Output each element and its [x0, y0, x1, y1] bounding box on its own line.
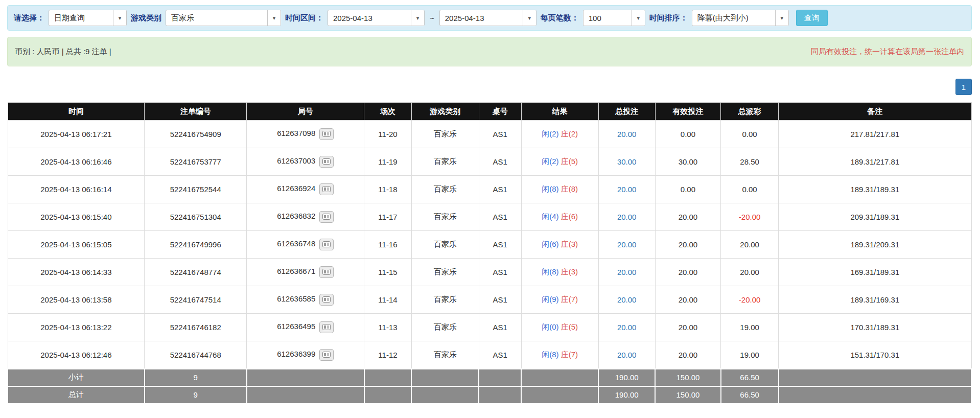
subtotal-empty-cell: [247, 369, 364, 386]
total-payout: 66.50: [721, 386, 779, 404]
roadmap-icon[interactable]: [319, 266, 334, 278]
cell-time: 2025-04-13 06:13:58: [8, 286, 145, 314]
cell-total-bet: 20.00: [598, 314, 655, 341]
game-type-select[interactable]: 百家乐 ▾: [166, 10, 281, 26]
cell-time: 2025-04-13 06:15:40: [8, 203, 145, 231]
cell-bet-id: 522416753777: [145, 148, 247, 176]
cell-payout: 19.00: [721, 341, 779, 369]
payout-value: 19.00: [740, 323, 759, 332]
date-to-select[interactable]: 2025-04-13 ▾: [439, 10, 536, 26]
subtotal-empty-cell: [364, 369, 411, 386]
cell-remark: 189.31/169.31: [779, 286, 971, 314]
col-header-payout: 总派彩: [721, 103, 779, 121]
cell-valid-bet: 20.00: [655, 203, 720, 231]
roadmap-icon[interactable]: [319, 156, 334, 168]
subtotal-count: 9: [145, 369, 247, 386]
date-from-select[interactable]: 2025-04-13 ▾: [328, 10, 425, 26]
subtotal-empty-cell: [521, 369, 598, 386]
total-empty-cell: [247, 386, 364, 404]
table-row: 2025-04-13 06:12:46522416744768612636399…: [8, 341, 971, 369]
cell-valid-bet: 20.00: [655, 259, 720, 286]
records-table: 时间 注单编号 局号 场次 游戏类别 桌号 结果 总投注 有效投注 总派彩 备注…: [7, 102, 972, 404]
cell-session: 11-15: [364, 259, 411, 286]
payout-value: 0.00: [742, 185, 757, 194]
cell-time: 2025-04-13 06:15:05: [8, 231, 145, 259]
cell-bet-id: 522416748774: [145, 259, 247, 286]
result-player: 闲(4): [542, 212, 558, 221]
result-banker: 庄(5): [561, 322, 578, 331]
query-type-select[interactable]: 日期查询 ▾: [49, 10, 127, 26]
table-row: 2025-04-13 06:17:21522416754909612637098…: [8, 121, 971, 148]
date-range-separator: ~: [429, 14, 435, 22]
roadmap-icon[interactable]: [319, 321, 334, 333]
time-sort-select[interactable]: 降冪(由大到小) ▾: [692, 10, 789, 26]
total-bet-link[interactable]: 20.00: [617, 323, 637, 332]
game-type-value: 百家乐: [166, 13, 199, 23]
cell-valid-bet: 0.00: [655, 176, 720, 203]
cell-result: 闲(6) 庄(3): [521, 231, 598, 259]
cell-table-no: AS1: [479, 231, 521, 259]
result-banker: 庄(5): [561, 157, 578, 166]
cell-remark: 189.31/209.31: [779, 231, 971, 259]
cell-round-id: 612636924: [247, 176, 364, 203]
cell-payout: 28.50: [721, 148, 779, 176]
cell-remark: 189.31/217.81: [779, 148, 971, 176]
table-body: 2025-04-13 06:17:21522416754909612637098…: [8, 121, 971, 369]
cell-result: 闲(8) 庄(3): [521, 259, 598, 286]
page: 请选择： 日期查询 ▾ 游戏类别 百家乐 ▾ 时间区间： 2025-04-13 …: [0, 0, 980, 418]
result-player: 闲(6): [542, 240, 558, 248]
total-bet-link[interactable]: 30.00: [617, 157, 637, 166]
time-sort-value: 降冪(由大到小): [692, 13, 754, 23]
chevron-down-icon: ▾: [267, 10, 281, 26]
total-label: 总计: [8, 386, 145, 404]
cell-remark: 209.31/189.31: [779, 203, 971, 231]
chevron-down-icon: ▾: [523, 10, 536, 26]
cell-total-bet: 20.00: [598, 121, 655, 148]
total-bet-link[interactable]: 20.00: [617, 185, 637, 194]
cell-time: 2025-04-13 06:12:46: [8, 341, 145, 369]
payout-value: 20.00: [740, 268, 759, 276]
col-header-table-no: 桌号: [479, 103, 521, 121]
cell-time: 2025-04-13 06:14:33: [8, 259, 145, 286]
table-row: 2025-04-13 06:13:22522416746182612636495…: [8, 314, 971, 341]
cell-game-type: 百家乐: [411, 314, 479, 341]
cell-game-type: 百家乐: [411, 259, 479, 286]
cell-round-id: 612636832: [247, 203, 364, 231]
total-row: 总计 9 190.00 150.00 66.50: [8, 386, 971, 404]
total-bet-link[interactable]: 20.00: [617, 240, 637, 249]
payout-value: -20.00: [739, 295, 761, 304]
total-total-bet: 190.00: [598, 386, 655, 404]
roadmap-icon[interactable]: [319, 349, 334, 361]
search-button[interactable]: 查询: [796, 10, 828, 26]
result-banker: 庄(7): [561, 295, 578, 304]
total-bet-link[interactable]: 20.00: [617, 295, 637, 304]
cell-valid-bet: 20.00: [655, 231, 720, 259]
roadmap-icon[interactable]: [319, 239, 334, 250]
roadmap-icon[interactable]: [319, 294, 334, 306]
subtotal-total-bet: 190.00: [598, 369, 655, 386]
table-row: 2025-04-13 06:15:40522416751304612636832…: [8, 203, 971, 231]
cell-game-type: 百家乐: [411, 203, 479, 231]
result-player: 闲(8): [542, 350, 558, 359]
col-header-round-id: 局号: [247, 103, 364, 121]
roadmap-icon[interactable]: [319, 128, 334, 140]
subtotal-empty-cell: [479, 369, 521, 386]
total-bet-link[interactable]: 20.00: [617, 351, 637, 359]
cell-session: 11-14: [364, 286, 411, 314]
cell-time: 2025-04-13 06:16:46: [8, 148, 145, 176]
total-bet-link[interactable]: 20.00: [617, 213, 637, 221]
roadmap-icon[interactable]: [319, 211, 334, 223]
subtotal-label: 小计: [8, 369, 145, 386]
cell-bet-id: 522416754909: [145, 121, 247, 148]
total-bet-link[interactable]: 20.00: [617, 268, 637, 276]
page-size-select[interactable]: 100 ▾: [583, 10, 645, 26]
total-bet-link[interactable]: 20.00: [617, 130, 637, 138]
roadmap-icon[interactable]: [319, 183, 334, 195]
cell-valid-bet: 20.00: [655, 314, 720, 341]
cell-total-bet: 20.00: [598, 259, 655, 286]
summary-bar: 币别 : 人民币 | 总共 :9 注单 | 同局有效投注，统一计算在该局第一张注…: [7, 37, 972, 66]
cell-valid-bet: 30.00: [655, 148, 720, 176]
page-button-1[interactable]: 1: [955, 79, 972, 95]
cell-payout: 0.00: [721, 121, 779, 148]
cell-total-bet: 20.00: [598, 176, 655, 203]
